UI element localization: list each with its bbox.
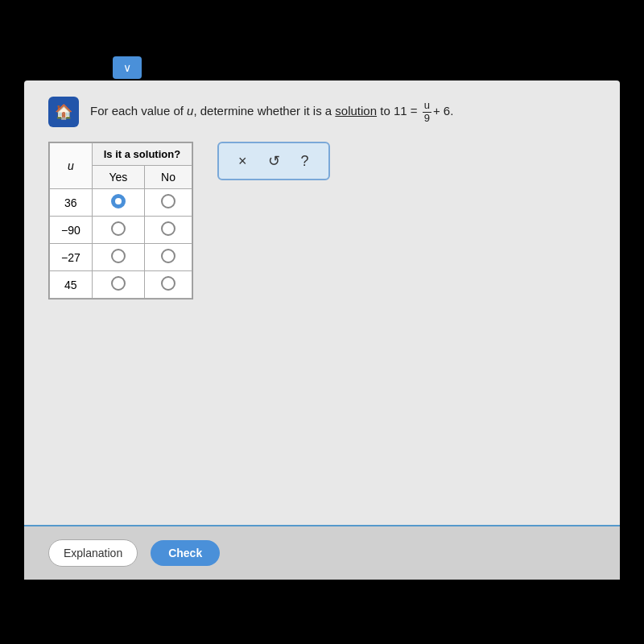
radio-no[interactable] [144,217,192,244]
question-header: 🏠 For each value of u, determine whether… [48,97,596,127]
row-value: 45 [50,271,93,299]
radio-empty-icon[interactable] [161,249,175,263]
radio-empty-icon[interactable] [161,276,175,291]
col-header-yes: Yes [92,166,144,189]
bottom-bar: Explanation Check [24,525,620,580]
check-button[interactable]: Check [151,540,220,566]
help-button[interactable]: ? [298,153,312,170]
table-row: 36 [50,189,192,217]
solution-word: solution [335,104,377,118]
toolbar-box: × ↺ ? [217,142,330,180]
radio-yes[interactable] [92,271,144,299]
col-header-u: u [50,143,93,189]
content-area: u Is it a solution? Yes No 36−90−2745 × … [48,142,596,299]
radio-selected-icon[interactable] [111,194,126,208]
radio-empty-icon[interactable] [111,221,126,236]
col-header-no: No [144,166,192,189]
text-end: + 6. [433,104,453,118]
radio-no[interactable] [144,244,192,271]
fraction: u9 [423,100,431,124]
radio-empty-icon[interactable] [111,276,126,291]
undo-button[interactable]: ↺ [265,152,283,170]
table-row: −27 [50,244,192,271]
radio-no[interactable] [144,189,192,217]
row-value: −90 [50,217,93,244]
solution-table: u Is it a solution? Yes No 36−90−2745 [48,142,193,299]
text-after: to 11 = [377,104,421,118]
radio-yes[interactable] [92,217,144,244]
radio-no[interactable] [144,271,192,299]
radio-yes[interactable] [92,189,144,217]
chevron-down-icon: ∨ [123,61,131,74]
radio-empty-icon[interactable] [161,221,175,236]
clear-button[interactable]: × [235,153,250,170]
question-text: For each value of u, determine whether i… [90,100,453,124]
table-row: 45 [50,271,192,299]
chevron-button[interactable]: ∨ [113,56,142,79]
col-header-solution: Is it a solution? [92,143,192,166]
row-value: −27 [50,244,93,271]
radio-empty-icon[interactable] [111,249,126,263]
main-screen: ∨ 🏠 For each value of u, determine wheth… [24,80,620,580]
icon-char: 🏠 [55,103,72,121]
row-value: 36 [50,189,93,217]
radio-empty-icon[interactable] [161,194,175,208]
table-row: −90 [50,217,192,244]
text-before: For each value of [90,104,187,118]
app-icon: 🏠 [48,97,79,127]
radio-yes[interactable] [92,244,144,271]
explanation-button[interactable]: Explanation [48,539,138,567]
text-middle: , determine whether it is a [193,104,335,118]
